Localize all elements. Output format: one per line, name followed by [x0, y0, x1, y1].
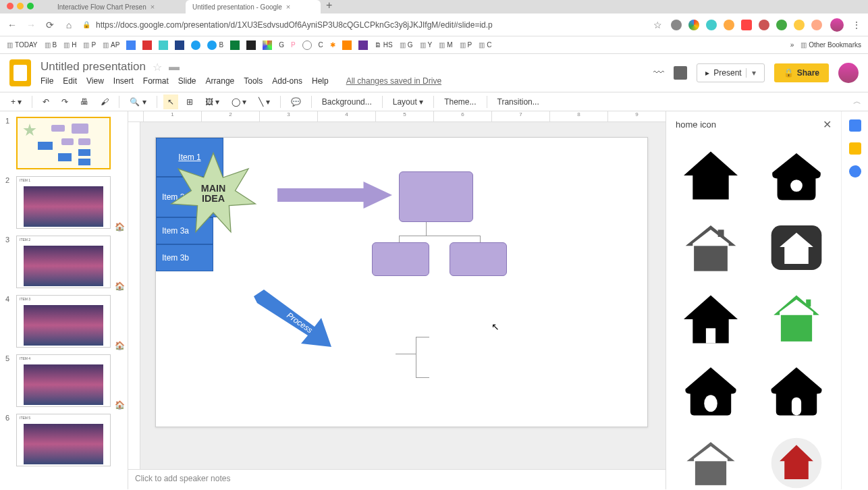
- bookmark-item[interactable]: ▥Y: [420, 41, 433, 49]
- extension-icon[interactable]: [688, 20, 699, 30]
- bookmark-item[interactable]: P: [291, 41, 296, 49]
- slide-thumb[interactable]: 1: [5, 117, 122, 169]
- collapse-toolbar-icon[interactable]: ︿: [853, 96, 861, 107]
- close-explore-icon[interactable]: ✕: [823, 118, 832, 131]
- film-strip[interactable]: 1 2 ITEM 1: [0, 111, 128, 489]
- move-folder-icon[interactable]: ▬: [169, 61, 180, 73]
- slide-thumb[interactable]: 4 ITEM 3 🏠: [5, 295, 122, 348]
- extension-icon[interactable]: [741, 20, 752, 30]
- menu-edit[interactable]: Edit: [63, 76, 77, 86]
- explore-result[interactable]: [756, 142, 838, 209]
- menu-help[interactable]: Help: [312, 76, 329, 86]
- home-icon[interactable]: ⌂: [63, 20, 74, 30]
- bookmark-item[interactable]: ▥H: [63, 41, 76, 49]
- bookmark-item[interactable]: ▥P: [460, 41, 472, 49]
- extension-icon[interactable]: [671, 20, 682, 30]
- present-button[interactable]: ▸Present▾: [697, 63, 764, 82]
- bookmark-item[interactable]: [175, 40, 184, 50]
- bookmark-item[interactable]: [358, 40, 368, 50]
- share-button[interactable]: 🔒Share: [774, 63, 829, 82]
- purple-box[interactable]: [450, 242, 507, 276]
- redo-button[interactable]: ↷: [57, 94, 72, 109]
- slide-canvas[interactable]: MAIN IDEA Item 1: [155, 137, 648, 427]
- slide-thumb[interactable]: 3 ITEM 2 🏠: [5, 236, 122, 288]
- bookmark-item[interactable]: [191, 40, 200, 50]
- bookmark-item[interactable]: [342, 40, 352, 50]
- explore-result[interactable]: [756, 213, 838, 281]
- purple-box[interactable]: [399, 171, 473, 222]
- close-tab-icon[interactable]: ×: [151, 3, 155, 11]
- maximize-window-icon[interactable]: [27, 3, 34, 9]
- bookmark-item[interactable]: [246, 40, 256, 50]
- explore-result[interactable]: [670, 142, 752, 209]
- extension-icon[interactable]: [794, 20, 805, 30]
- calendar-icon[interactable]: [849, 119, 861, 132]
- new-slide-button[interactable]: + ▾: [7, 94, 26, 109]
- bookmark-item[interactable]: G: [279, 41, 284, 49]
- extension-icon[interactable]: [724, 20, 734, 30]
- textbox-tool[interactable]: ⊞: [182, 94, 197, 109]
- explore-result[interactable]: [670, 357, 752, 425]
- print-button[interactable]: 🖶: [76, 94, 92, 109]
- bookmark-item[interactable]: 🗎 HS: [375, 41, 393, 49]
- bookmark-item[interactable]: ▥G: [400, 41, 413, 49]
- layout-button[interactable]: Layout ▾: [389, 94, 427, 109]
- menu-slide[interactable]: Slide: [178, 76, 196, 86]
- bookmark-item[interactable]: C: [319, 41, 323, 49]
- explore-result[interactable]: [670, 213, 752, 281]
- slide-thumb[interactable]: 6 ITEM 5: [5, 414, 122, 466]
- keep-icon[interactable]: [849, 142, 861, 155]
- browser-tab[interactable]: Untitled presentation - Google×: [186, 0, 321, 13]
- bookmark-item[interactable]: [263, 40, 272, 50]
- bookmark-item[interactable]: [302, 40, 312, 50]
- paint-format-button[interactable]: 🖌: [97, 94, 113, 109]
- new-tab-button[interactable]: +: [321, 0, 337, 13]
- bookmark-item[interactable]: ▥AP: [103, 41, 119, 49]
- extension-icon[interactable]: [811, 20, 822, 30]
- bookmark-item[interactable]: ▥TODAY: [7, 41, 38, 49]
- other-bookmarks[interactable]: ▥Other Bookmarks: [801, 41, 861, 49]
- save-status[interactable]: All changes saved in Drive: [346, 76, 441, 86]
- slides-logo-icon[interactable]: [9, 59, 31, 86]
- background-button[interactable]: Background...: [318, 94, 376, 109]
- bookmark-item[interactable]: ✱: [330, 41, 335, 49]
- url-bar[interactable]: 🔒 https://docs.google.com/presentation/d…: [82, 20, 644, 30]
- menu-view[interactable]: View: [86, 76, 104, 86]
- bookmark-overflow[interactable]: »: [790, 41, 794, 49]
- slide-thumb[interactable]: 2 ITEM 1 🏠: [5, 176, 122, 229]
- bookmark-item[interactable]: ▥P: [83, 41, 96, 49]
- browser-tab[interactable]: Interactive Flow Chart Presen×: [51, 0, 186, 13]
- speaker-notes[interactable]: Click to add speaker notes: [128, 469, 666, 489]
- present-dropdown-icon[interactable]: ▾: [746, 68, 756, 78]
- image-tool[interactable]: 🖼 ▾: [201, 94, 223, 109]
- zoom-button[interactable]: 🔍 ▾: [126, 94, 150, 109]
- back-icon[interactable]: ←: [7, 20, 18, 30]
- line-tool[interactable]: ╲ ▾: [254, 94, 273, 109]
- star-shape[interactable]: MAIN IDEA: [169, 151, 257, 239]
- star-bookmark-icon[interactable]: ☆: [652, 20, 663, 30]
- bookmark-item[interactable]: ▥M: [439, 41, 452, 49]
- explore-query[interactable]: home icon: [676, 119, 716, 130]
- arrow-shape[interactable]: [277, 182, 392, 209]
- account-avatar[interactable]: [838, 63, 859, 83]
- minimize-window-icon[interactable]: [17, 3, 24, 9]
- bookmark-item[interactable]: [159, 40, 168, 50]
- item3b-box[interactable]: Item 3b: [156, 244, 213, 271]
- menu-tools[interactable]: Tools: [244, 76, 263, 86]
- menu-arrange[interactable]: Arrange: [206, 76, 235, 86]
- document-title[interactable]: Untitled presentation: [40, 60, 146, 74]
- profile-avatar[interactable]: [830, 18, 844, 32]
- explore-result[interactable]: [756, 285, 838, 353]
- browser-menu-icon[interactable]: ⋮: [852, 20, 861, 30]
- comments-icon[interactable]: [674, 66, 687, 80]
- bookmark-item[interactable]: ▥B: [45, 41, 57, 49]
- explore-result[interactable]: [756, 357, 838, 425]
- bookmark-item[interactable]: ▥C: [479, 41, 491, 49]
- theme-button[interactable]: Theme...: [440, 94, 480, 109]
- slide-canvas-area[interactable]: MAIN IDEA Item 1: [140, 122, 666, 469]
- process-arrow[interactable]: Process: [254, 290, 335, 350]
- explore-result[interactable]: [756, 429, 838, 489]
- menu-addons[interactable]: Add-ons: [272, 76, 302, 86]
- bookmark-item[interactable]: [230, 40, 240, 50]
- extension-icon[interactable]: [759, 20, 769, 30]
